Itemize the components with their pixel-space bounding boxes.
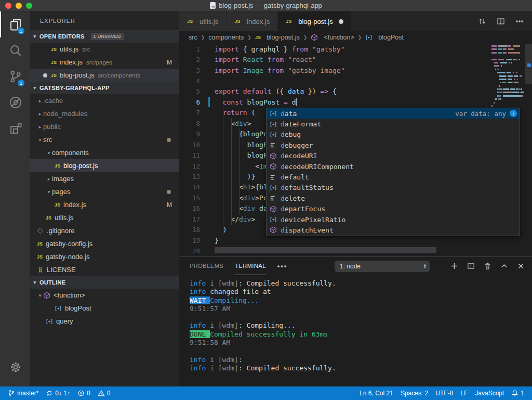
suggestion-defaultStatus[interactable]: defaultStatus	[267, 183, 520, 193]
activity-extensions[interactable]	[0, 115, 30, 141]
open-changes-icon[interactable]	[478, 17, 486, 25]
line-number: 3	[179, 67, 200, 74]
tree-item-components[interactable]: ▾components	[30, 146, 179, 159]
status-bar: master*0↓ 1↑00Ln 6, Col 21Spaces: 2UTF-8…	[0, 386, 532, 400]
close-panel-icon[interactable]	[517, 262, 525, 270]
open-editor-blog-post.js[interactable]: JSblog-post.jssrc/components	[30, 69, 179, 82]
status-warning[interactable]: 0	[94, 386, 114, 400]
horizontal-scrollbar[interactable]	[215, 247, 436, 253]
new-terminal-icon[interactable]	[450, 262, 458, 270]
activity-source-control[interactable]: 1	[0, 63, 30, 89]
code-line[interactable]: 4	[179, 75, 532, 86]
suggestion-decodeURIComponent[interactable]: decodeURIComponent	[267, 161, 520, 172]
tab-utils.js[interactable]: JSutils.js	[179, 11, 227, 31]
status-error[interactable]: 0	[74, 386, 94, 400]
status-branch[interactable]: master*	[4, 386, 42, 400]
close-window-button[interactable]	[5, 3, 11, 9]
line-number: 16	[179, 204, 200, 212]
tab-blog-post.js[interactable]: JSblog-post.js	[278, 11, 352, 31]
suggestion-debug[interactable]: debug	[267, 130, 520, 140]
split-terminal-icon[interactable]	[467, 262, 475, 270]
tree-item-nodemodules[interactable]: ▸node_modules	[30, 107, 179, 120]
code-line[interactable]: 5export default ({ data }) => {	[179, 86, 532, 97]
breadcrumb-blog-post.js[interactable]: JSblog-post.js	[255, 34, 300, 41]
terminal-output[interactable]: info i ⌈wdm⌋: Compiled successfully.info…	[179, 275, 532, 386]
status-bell[interactable]: 1	[508, 386, 528, 400]
tree-item-utils.js[interactable]: JSutils.js	[30, 211, 179, 224]
code-line[interactable]: 19}	[179, 235, 532, 246]
suggestion-data[interactable]: datavar data: anyi	[267, 108, 520, 119]
breadcrumb-function[interactable]: <function>	[311, 34, 354, 41]
panel-tab-problems[interactable]: PROBLEMS	[190, 257, 223, 275]
outline-item-function[interactable]: ▾<function>	[30, 289, 179, 302]
panel-tab-terminal[interactable]: TERMINAL	[235, 257, 266, 275]
breadcrumb-components[interactable]: components	[208, 34, 244, 41]
info-icon[interactable]: i	[510, 110, 517, 117]
open-editor-index.js[interactable]: JSindex.jssrc/pagesM	[30, 56, 179, 69]
terminal-select[interactable]: 1: node▲▼	[335, 261, 430, 272]
tree-item-.gitignore[interactable]: .gitignore	[30, 224, 179, 237]
suggestion-decodeURI[interactable]: decodeURI	[267, 151, 520, 161]
tree-item-images[interactable]: ▸images	[30, 172, 179, 185]
breadcrumb-blogPost[interactable]: blogPost	[365, 34, 404, 41]
tree-item-gatsby-node.js[interactable]: JSgatsby-node.js	[30, 250, 179, 263]
suggestion-default[interactable]: default	[267, 172, 520, 182]
chevron-right-icon: ▸	[46, 176, 52, 182]
suggestion-dateFormat[interactable]: dateFormat	[267, 119, 520, 129]
tree-item-gatsby-config.js[interactable]: JSgatsby-config.js	[30, 237, 179, 250]
code-line[interactable]: 6 const blogPost = d	[179, 97, 532, 107]
status-javascript[interactable]: JavaScript	[471, 386, 508, 400]
outline-item-blogPost[interactable]: blogPost	[30, 302, 179, 315]
code-line[interactable]: 3import Image from "gatsby-image"	[179, 65, 532, 75]
project-root-header[interactable]: ▾ GATSBY-GRAPHQL-APP	[30, 82, 179, 94]
tree-item-index.js[interactable]: JSindex.jsM	[30, 198, 179, 211]
code-line[interactable]: 2import React from "react"	[179, 54, 532, 64]
status-ln-6-col-21[interactable]: Ln 6, Col 21	[356, 386, 397, 400]
status-spaces-2[interactable]: Spaces: 2	[397, 386, 432, 400]
open-editor-utils.js[interactable]: JSutils.jssrc	[30, 43, 179, 56]
variable-icon	[269, 131, 277, 138]
activity-debug[interactable]	[0, 89, 30, 115]
outline-item-query[interactable]: query	[30, 315, 179, 328]
suggestion-dispatchEvent[interactable]: dispatchEvent	[267, 225, 520, 235]
chevron-down-icon: ▾	[46, 150, 52, 156]
status-utf-8[interactable]: UTF-8	[432, 386, 457, 400]
suggestion-departFocus[interactable]: departFocus	[267, 204, 520, 214]
suggestion-devicePixelRatio[interactable]: devicePixelRatio	[267, 214, 520, 225]
code-editor[interactable]: 1import { graphql } from "gatsby"2import…	[179, 44, 532, 256]
tree-item-src[interactable]: ▾src	[30, 133, 179, 146]
chevron-right-icon: ▸	[37, 124, 43, 130]
zoom-window-button[interactable]	[26, 3, 32, 9]
tree-item-public[interactable]: ▸public	[30, 120, 179, 133]
status-lf[interactable]: LF	[457, 386, 471, 400]
minimize-window-button[interactable]	[16, 3, 22, 9]
kill-terminal-icon[interactable]	[484, 262, 491, 270]
status-sync[interactable]: 0↓ 1↑	[42, 386, 74, 400]
suggestion-delete[interactable]: delete	[267, 193, 520, 203]
activity-settings[interactable]	[0, 354, 30, 380]
tree-item-pages[interactable]: ▾pages	[30, 185, 179, 198]
terminal-line: info i ⌈wdm⌋: Compiled successfully.	[190, 279, 532, 288]
tree-item-LICENSE[interactable]: LICENSE	[30, 263, 179, 276]
panel-more-actions[interactable]: •••	[277, 262, 288, 270]
open-editors-header[interactable]: ▾ OPEN EDITORS 1 UNSAVED	[30, 30, 179, 43]
split-editor-icon[interactable]	[497, 17, 505, 25]
breadcrumb-src[interactable]: src	[189, 34, 197, 41]
more-actions-icon[interactable]	[515, 17, 524, 25]
tab-index.js[interactable]: JSindex.js	[227, 11, 278, 31]
license-file-icon	[37, 266, 44, 273]
js-file-icon: JS	[55, 163, 60, 169]
activity-explorer[interactable]: 1	[0, 11, 30, 37]
window-controls[interactable]	[5, 3, 32, 9]
module-icon	[269, 152, 277, 160]
maximize-panel-icon[interactable]	[500, 262, 508, 270]
terminal-line: 9:51:58 AM	[190, 339, 532, 347]
chevron-right-icon: ▸	[37, 111, 43, 117]
suggestion-debugger[interactable]: debugger	[267, 140, 520, 150]
outline-header[interactable]: ▾ OUTLINE	[30, 276, 179, 289]
tree-item-.cache[interactable]: ▸.cache	[30, 94, 179, 107]
minimap[interactable]	[491, 45, 524, 112]
code-line[interactable]: 1import { graphql } from "gatsby"	[179, 44, 532, 54]
tree-item-blog-post.js[interactable]: JSblog-post.js	[30, 159, 179, 172]
activity-search[interactable]	[0, 37, 30, 63]
